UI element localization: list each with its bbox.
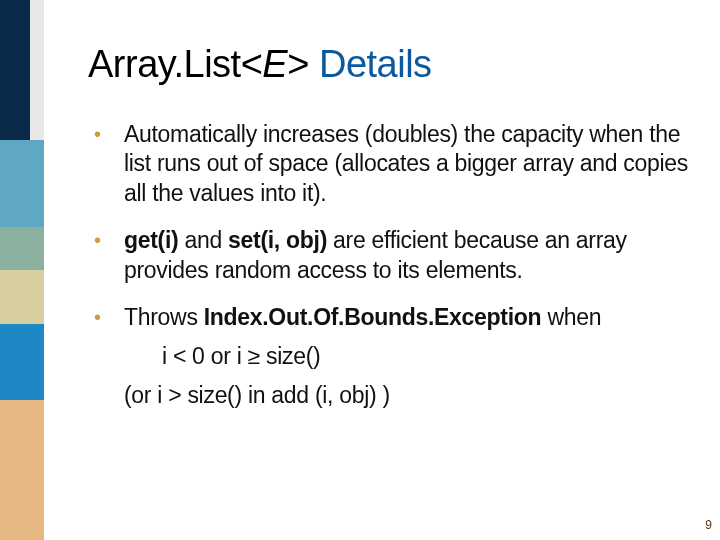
title-suffix: >: [287, 43, 319, 85]
bullet-text: Automatically increases (doubles) the ca…: [124, 121, 688, 206]
subline-text: i < 0 or i ≥ size(): [162, 343, 320, 369]
subline-text: (or i > size() in add (i, obj) ): [124, 382, 390, 408]
slide-title: Array.List<E> Details: [88, 44, 688, 86]
bullet-item: Automatically increases (doubles) the ca…: [124, 120, 688, 208]
page-number: 9: [705, 518, 712, 532]
bullet-bold: get(i): [124, 227, 178, 253]
bullet-item: Throws Index.Out.Of.Bounds.Exception whe…: [124, 303, 688, 414]
bullet-subline: i < 0 or i ≥ size(): [124, 338, 688, 375]
decorative-sidebar: [0, 0, 44, 540]
bullet-bold: set(i, obj): [228, 227, 327, 253]
bullet-text: when: [541, 304, 601, 330]
title-word: Details: [319, 43, 432, 85]
bullet-text: Throws: [124, 304, 204, 330]
sidebar-stripe: [30, 0, 44, 140]
title-prefix: Array.List<: [88, 43, 262, 85]
bullet-bold: Index.Out.Of.Bounds.Exception: [204, 304, 542, 330]
title-generic: E: [262, 43, 287, 85]
bullet-item: get(i) and set(i, obj) are efficient bec…: [124, 226, 688, 285]
bullet-list: Automatically increases (doubles) the ca…: [88, 120, 688, 414]
bullet-text: and: [178, 227, 228, 253]
slide-content: Array.List<E> Details Automatically incr…: [88, 44, 688, 432]
bullet-subline: (or i > size() in add (i, obj) ): [124, 377, 688, 414]
